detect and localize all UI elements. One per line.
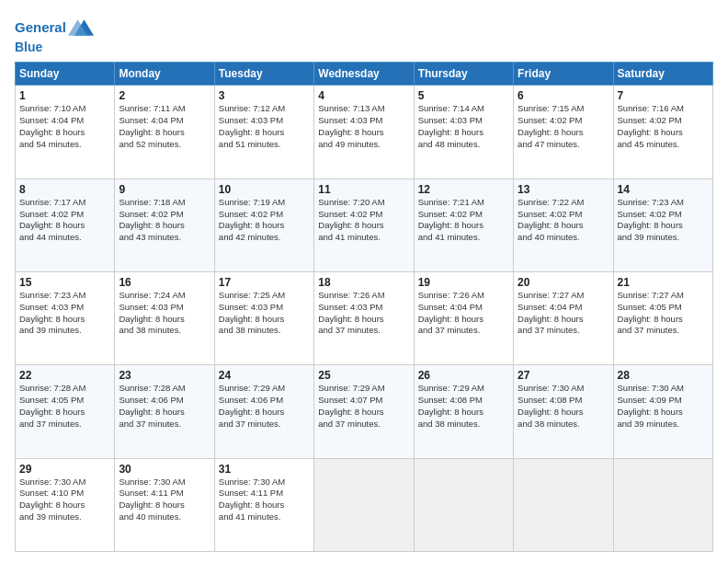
- day-number: 13: [518, 183, 609, 196]
- calendar-table: SundayMondayTuesdayWednesdayThursdayFrid…: [15, 62, 713, 552]
- cell-info: Sunrise: 7:30 AMSunset: 4:09 PMDaylight:…: [618, 383, 709, 430]
- calendar-cell: 20Sunrise: 7:27 AMSunset: 4:04 PMDayligh…: [514, 272, 613, 365]
- day-number: 15: [19, 276, 110, 289]
- cell-info: Sunrise: 7:19 AMSunset: 4:02 PMDaylight:…: [219, 197, 310, 244]
- logo: General Blue: [15, 15, 94, 54]
- day-number: 29: [19, 463, 110, 476]
- calendar-cell: 7Sunrise: 7:16 AMSunset: 4:02 PMDaylight…: [613, 86, 712, 178]
- calendar-cell: 1Sunrise: 7:10 AMSunset: 4:04 PMDaylight…: [16, 86, 115, 178]
- cell-info: Sunrise: 7:22 AMSunset: 4:02 PMDaylight:…: [518, 197, 609, 244]
- calendar-cell: 23Sunrise: 7:28 AMSunset: 4:06 PMDayligh…: [115, 365, 214, 458]
- cell-info: Sunrise: 7:18 AMSunset: 4:02 PMDaylight:…: [119, 197, 210, 244]
- calendar-cell: 13Sunrise: 7:22 AMSunset: 4:02 PMDayligh…: [514, 178, 613, 271]
- calendar-cell: 15Sunrise: 7:23 AMSunset: 4:03 PMDayligh…: [16, 272, 115, 365]
- calendar-cell: 6Sunrise: 7:15 AMSunset: 4:02 PMDaylight…: [514, 86, 613, 178]
- cell-info: Sunrise: 7:26 AMSunset: 4:03 PMDaylight:…: [318, 290, 409, 337]
- cell-info: Sunrise: 7:23 AMSunset: 4:02 PMDaylight:…: [618, 197, 709, 244]
- cell-info: Sunrise: 7:21 AMSunset: 4:02 PMDaylight:…: [418, 197, 509, 244]
- day-number: 4: [318, 89, 409, 102]
- day-number: 3: [219, 89, 310, 102]
- logo-text: General: [15, 20, 66, 36]
- logo-blue: Blue: [15, 40, 94, 54]
- calendar-cell: 4Sunrise: 7:13 AMSunset: 4:03 PMDaylight…: [314, 86, 414, 178]
- day-number: 27: [518, 369, 609, 382]
- cell-info: Sunrise: 7:30 AMSunset: 4:11 PMDaylight:…: [119, 477, 210, 523]
- day-number: 17: [219, 276, 310, 289]
- calendar-cell: 22Sunrise: 7:28 AMSunset: 4:05 PMDayligh…: [16, 365, 115, 458]
- weekday-monday: Monday: [115, 63, 214, 86]
- cell-info: Sunrise: 7:12 AMSunset: 4:03 PMDaylight:…: [219, 103, 310, 150]
- calendar-cell: 17Sunrise: 7:25 AMSunset: 4:03 PMDayligh…: [214, 272, 313, 365]
- cell-info: Sunrise: 7:28 AMSunset: 4:05 PMDaylight:…: [19, 383, 110, 430]
- day-number: 1: [19, 89, 110, 102]
- cell-info: Sunrise: 7:15 AMSunset: 4:02 PMDaylight:…: [518, 103, 609, 150]
- week-row-3: 15Sunrise: 7:23 AMSunset: 4:03 PMDayligh…: [16, 272, 713, 365]
- day-number: 18: [318, 276, 409, 289]
- cell-info: Sunrise: 7:28 AMSunset: 4:06 PMDaylight:…: [119, 383, 210, 430]
- calendar-cell: 11Sunrise: 7:20 AMSunset: 4:02 PMDayligh…: [314, 178, 414, 271]
- calendar-cell: 30Sunrise: 7:30 AMSunset: 4:11 PMDayligh…: [115, 458, 214, 551]
- day-number: 23: [119, 369, 210, 382]
- week-row-4: 22Sunrise: 7:28 AMSunset: 4:05 PMDayligh…: [16, 365, 713, 458]
- cell-info: Sunrise: 7:27 AMSunset: 4:04 PMDaylight:…: [518, 290, 609, 337]
- calendar-cell: 19Sunrise: 7:26 AMSunset: 4:04 PMDayligh…: [414, 272, 513, 365]
- calendar-cell: 2Sunrise: 7:11 AMSunset: 4:04 PMDaylight…: [115, 86, 214, 178]
- cell-info: Sunrise: 7:16 AMSunset: 4:02 PMDaylight:…: [618, 103, 709, 150]
- day-number: 2: [119, 89, 210, 102]
- day-number: 19: [418, 276, 509, 289]
- calendar-cell: 28Sunrise: 7:30 AMSunset: 4:09 PMDayligh…: [613, 365, 712, 458]
- page: General Blue SundayMondayTuesdayWednesda…: [0, 0, 728, 563]
- calendar-cell: [613, 458, 712, 551]
- cell-info: Sunrise: 7:13 AMSunset: 4:03 PMDaylight:…: [318, 103, 409, 150]
- cell-info: Sunrise: 7:17 AMSunset: 4:02 PMDaylight:…: [19, 197, 110, 244]
- calendar-cell: 8Sunrise: 7:17 AMSunset: 4:02 PMDaylight…: [16, 178, 115, 271]
- calendar-cell: 14Sunrise: 7:23 AMSunset: 4:02 PMDayligh…: [613, 178, 712, 271]
- calendar-cell: 5Sunrise: 7:14 AMSunset: 4:03 PMDaylight…: [414, 86, 513, 178]
- weekday-tuesday: Tuesday: [214, 63, 313, 86]
- day-number: 8: [19, 183, 110, 196]
- day-number: 10: [219, 183, 310, 196]
- day-number: 26: [418, 369, 509, 382]
- day-number: 31: [219, 463, 310, 476]
- cell-info: Sunrise: 7:10 AMSunset: 4:04 PMDaylight:…: [19, 103, 110, 150]
- day-number: 25: [318, 369, 409, 382]
- calendar-cell: [314, 458, 414, 551]
- day-number: 9: [119, 183, 210, 196]
- cell-info: Sunrise: 7:30 AMSunset: 4:11 PMDaylight:…: [219, 477, 310, 523]
- calendar-cell: 12Sunrise: 7:21 AMSunset: 4:02 PMDayligh…: [414, 178, 513, 271]
- cell-info: Sunrise: 7:24 AMSunset: 4:03 PMDaylight:…: [119, 290, 210, 337]
- week-row-1: 1Sunrise: 7:10 AMSunset: 4:04 PMDaylight…: [16, 86, 713, 178]
- day-number: 5: [418, 89, 509, 102]
- day-number: 28: [618, 369, 709, 382]
- day-number: 14: [618, 183, 709, 196]
- day-number: 22: [19, 369, 110, 382]
- day-number: 6: [518, 89, 609, 102]
- week-row-2: 8Sunrise: 7:17 AMSunset: 4:02 PMDaylight…: [16, 178, 713, 271]
- day-number: 16: [119, 276, 210, 289]
- weekday-wednesday: Wednesday: [314, 63, 414, 86]
- cell-info: Sunrise: 7:29 AMSunset: 4:08 PMDaylight:…: [418, 383, 509, 430]
- calendar-cell: 21Sunrise: 7:27 AMSunset: 4:05 PMDayligh…: [613, 272, 712, 365]
- day-number: 30: [119, 463, 210, 476]
- weekday-thursday: Thursday: [414, 63, 513, 86]
- cell-info: Sunrise: 7:25 AMSunset: 4:03 PMDaylight:…: [219, 290, 310, 337]
- cell-info: Sunrise: 7:11 AMSunset: 4:04 PMDaylight:…: [119, 103, 210, 150]
- cell-info: Sunrise: 7:30 AMSunset: 4:08 PMDaylight:…: [518, 383, 609, 430]
- cell-info: Sunrise: 7:29 AMSunset: 4:06 PMDaylight:…: [219, 383, 310, 430]
- calendar-cell: 29Sunrise: 7:30 AMSunset: 4:10 PMDayligh…: [16, 458, 115, 551]
- calendar-cell: 9Sunrise: 7:18 AMSunset: 4:02 PMDaylight…: [115, 178, 214, 271]
- weekday-header-row: SundayMondayTuesdayWednesdayThursdayFrid…: [16, 63, 713, 86]
- cell-info: Sunrise: 7:20 AMSunset: 4:02 PMDaylight:…: [318, 197, 409, 244]
- calendar-cell: 16Sunrise: 7:24 AMSunset: 4:03 PMDayligh…: [115, 272, 214, 365]
- logo-icon: [68, 15, 94, 40]
- calendar-cell: [414, 458, 513, 551]
- cell-info: Sunrise: 7:14 AMSunset: 4:03 PMDaylight:…: [418, 103, 509, 150]
- calendar-cell: 31Sunrise: 7:30 AMSunset: 4:11 PMDayligh…: [214, 458, 313, 551]
- logo-general: General: [15, 19, 66, 35]
- calendar-cell: 25Sunrise: 7:29 AMSunset: 4:07 PMDayligh…: [314, 365, 414, 458]
- day-number: 21: [618, 276, 709, 289]
- calendar-cell: 18Sunrise: 7:26 AMSunset: 4:03 PMDayligh…: [314, 272, 414, 365]
- cell-info: Sunrise: 7:26 AMSunset: 4:04 PMDaylight:…: [418, 290, 509, 337]
- calendar-cell: 3Sunrise: 7:12 AMSunset: 4:03 PMDaylight…: [214, 86, 313, 178]
- calendar-cell: 27Sunrise: 7:30 AMSunset: 4:08 PMDayligh…: [514, 365, 613, 458]
